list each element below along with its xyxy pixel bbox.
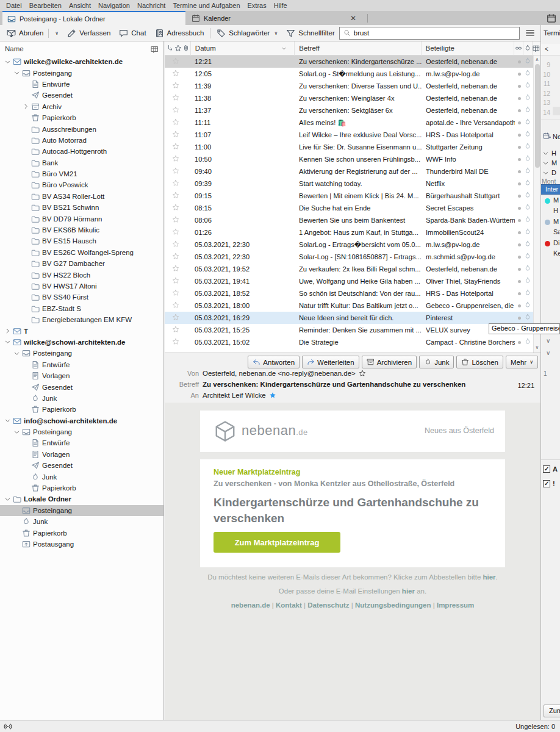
star-cell[interactable] bbox=[165, 338, 190, 346]
read-indicator[interactable] bbox=[515, 195, 524, 198]
star-outline-icon[interactable] bbox=[172, 167, 179, 174]
junk-toggle[interactable] bbox=[524, 167, 533, 176]
read-indicator[interactable] bbox=[515, 85, 524, 88]
chevron-down-icon[interactable] bbox=[4, 496, 12, 503]
star-outline-icon[interactable] bbox=[172, 118, 179, 126]
tab-calendar[interactable]: Kalender ✕ bbox=[187, 11, 366, 25]
menu-item-termine-und-aufgaben[interactable]: Termine und Aufgaben bbox=[169, 1, 243, 10]
from-value[interactable]: Oesterfeld, nebenan.de <no-reply@nebenan… bbox=[203, 370, 356, 377]
chevron-down-icon[interactable] bbox=[13, 70, 21, 76]
read-indicator[interactable] bbox=[515, 97, 524, 100]
star-outline-icon[interactable] bbox=[172, 301, 179, 309]
junk-flame-icon[interactable] bbox=[524, 118, 531, 126]
message-row[interactable]: 10:50Kennen Sie schon unseren Frühlingsb… bbox=[165, 153, 533, 165]
junk-toggle[interactable] bbox=[524, 228, 533, 237]
message-row[interactable]: 08:06Bewerten Sie uns beim BankentestSpa… bbox=[165, 214, 533, 226]
scroll-down-icon[interactable]: ∨ bbox=[534, 345, 540, 350]
star-outline-icon[interactable] bbox=[172, 326, 179, 333]
folder-row-bv-g27-dambacher[interactable]: BV G27 Dambacher bbox=[0, 258, 163, 269]
junk-toggle[interactable] bbox=[524, 204, 533, 212]
star-outline-icon[interactable] bbox=[172, 94, 179, 101]
star-cell[interactable] bbox=[165, 118, 190, 127]
star-cell[interactable] bbox=[165, 57, 190, 66]
read-indicator[interactable] bbox=[515, 268, 524, 271]
loschen-button[interactable]: Löschen bbox=[456, 356, 503, 368]
message-row[interactable]: 05.03.2021, 16:29Neue Ideen sind bereit … bbox=[165, 312, 533, 324]
column-header-date[interactable]: Datum bbox=[190, 41, 294, 56]
column-header-subject[interactable]: Betreff bbox=[294, 41, 420, 56]
junk-flame-icon[interactable] bbox=[524, 57, 531, 65]
read-indicator[interactable] bbox=[515, 292, 524, 295]
folder-row-bv-es26c-wolfangel-spreng[interactable]: BV ES26C Wolfangel-Spreng bbox=[0, 247, 163, 258]
menu-item-bearbeiten[interactable]: Bearbeiten bbox=[26, 1, 65, 10]
footer-link-kontakt[interactable]: Kontakt bbox=[276, 601, 302, 609]
star-outline-icon[interactable] bbox=[172, 314, 179, 321]
read-indicator[interactable] bbox=[515, 243, 524, 246]
message-row[interactable]: 11:39Zu verschenken: Diverse Tassen und … bbox=[165, 80, 533, 92]
junk-flame-icon[interactable] bbox=[524, 277, 531, 284]
junk-toggle[interactable] bbox=[524, 106, 533, 115]
folder-row-wilcke-wilcke-architekten-de[interactable]: wilcke@wilcke-architekten.de bbox=[0, 56, 163, 67]
read-indicator[interactable] bbox=[515, 280, 524, 283]
junk-flame-icon[interactable] bbox=[524, 82, 531, 89]
chevron-down-icon[interactable] bbox=[13, 429, 21, 436]
unsubscribe-link[interactable]: hier bbox=[483, 573, 495, 581]
star-cell[interactable] bbox=[165, 216, 190, 224]
task-filter[interactable]: ! bbox=[543, 480, 555, 487]
star-cell[interactable] bbox=[165, 192, 190, 200]
star-outline-icon[interactable] bbox=[172, 265, 179, 272]
read-indicator[interactable] bbox=[515, 304, 524, 307]
folder-row-b-ro-vm21[interactable]: Büro VM21 bbox=[0, 168, 163, 179]
footer-link-impressum[interactable]: Impressum bbox=[437, 601, 474, 609]
read-indicator[interactable] bbox=[515, 231, 524, 234]
star-cell[interactable] bbox=[165, 289, 190, 298]
junk-toggle[interactable] bbox=[524, 265, 533, 273]
app-menu-button[interactable] bbox=[525, 27, 536, 38]
chevron-down-icon[interactable] bbox=[4, 417, 12, 424]
folder-row-junk[interactable]: Junk bbox=[0, 393, 163, 404]
folder-row-bv-es15-hausch[interactable]: BV ES15 Hausch bbox=[0, 235, 163, 246]
junk-flame-icon[interactable] bbox=[524, 253, 531, 260]
chevron-right-icon[interactable] bbox=[22, 103, 30, 110]
read-indicator[interactable] bbox=[515, 219, 524, 222]
folder-row-entw-rfe[interactable]: Entwürfe bbox=[0, 79, 163, 90]
menu-item-nachricht[interactable]: Nachricht bbox=[134, 1, 169, 10]
footer-link-nutzungsbedingungen[interactable]: Nutzungsbedingungen bbox=[355, 601, 431, 609]
folder-row-bv-dd79-h-rmann[interactable]: BV DD79 Hörmann bbox=[0, 213, 163, 224]
close-tab-icon[interactable]: ✕ bbox=[350, 14, 356, 23]
event-line1[interactable]: M bbox=[553, 196, 559, 204]
scrollbar-thumb[interactable] bbox=[535, 64, 540, 168]
folder-row-entw-rfe[interactable]: Entwürfe bbox=[0, 359, 163, 370]
broadcast-status-icon[interactable] bbox=[4, 722, 12, 731]
junk-toggle[interactable] bbox=[524, 314, 533, 322]
star-outline-icon[interactable] bbox=[172, 228, 179, 235]
junk-toggle[interactable] bbox=[524, 289, 533, 298]
junk-toggle[interactable] bbox=[524, 82, 533, 90]
read-indicator[interactable] bbox=[515, 60, 524, 63]
message-row[interactable]: 05.03.2021, 15:25Reminder: Denken Sie zu… bbox=[165, 324, 533, 336]
checkbox-checked-icon[interactable] bbox=[543, 465, 550, 473]
star-outline-icon[interactable] bbox=[172, 277, 179, 284]
junk-flame-icon[interactable] bbox=[524, 265, 531, 272]
star-cell[interactable] bbox=[165, 70, 190, 78]
folder-row-bv-hws17-altoni[interactable]: BV HWS17 Altoni bbox=[0, 281, 163, 292]
chat-button[interactable]: Chat bbox=[115, 26, 150, 40]
event-line2[interactable]: Sa bbox=[553, 228, 560, 235]
chevron-right-icon[interactable] bbox=[4, 328, 12, 334]
star-outline-icon[interactable] bbox=[172, 57, 179, 65]
message-row[interactable]: 05.03.2021, 18:00Natur trifft Kultur: Da… bbox=[165, 300, 533, 312]
star-outline-icon[interactable] bbox=[359, 370, 366, 377]
junk-toggle[interactable] bbox=[524, 70, 533, 78]
folder-row-ebz-stadt-s[interactable]: EBZ-Stadt S bbox=[0, 303, 163, 314]
abrufen-button[interactable]: Abrufen∨ bbox=[2, 26, 63, 40]
folder-row-energieberatungen-em-kfw[interactable]: Energieberatungen EM KFW bbox=[0, 314, 163, 325]
message-row[interactable]: 01:261 Angebot: Haus zum Kauf, in Stuttg… bbox=[165, 226, 533, 239]
star-cell[interactable] bbox=[165, 94, 190, 102]
event-line1[interactable]: Di bbox=[553, 239, 559, 246]
antworten-button[interactable]: Antworten bbox=[248, 356, 300, 368]
folder-row-vorlagen[interactable]: Vorlagen bbox=[0, 449, 163, 460]
star-column-icon[interactable] bbox=[174, 45, 182, 52]
junk-flame-icon[interactable] bbox=[524, 70, 531, 77]
message-row[interactable]: 05.03.2021, 19:52Zu verkaufen: 2x Ikea B… bbox=[165, 263, 533, 275]
junk-toggle[interactable] bbox=[524, 277, 533, 285]
